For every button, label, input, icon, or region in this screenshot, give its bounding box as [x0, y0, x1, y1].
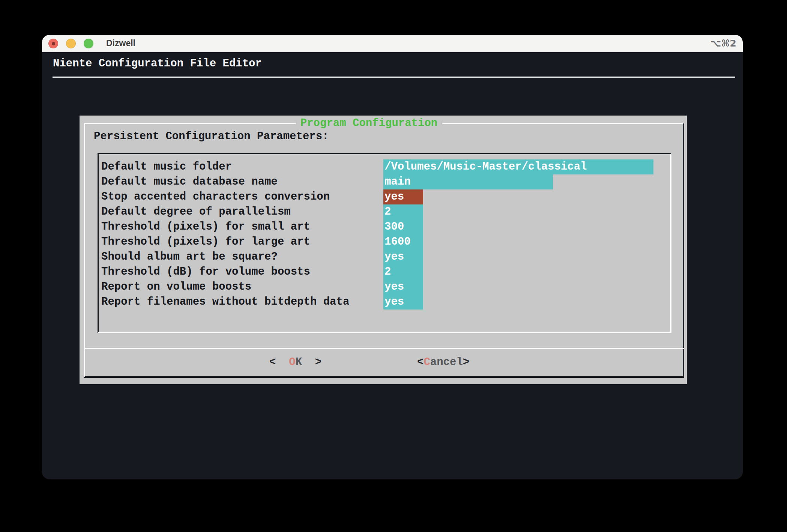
- config-dialog: Program Configuration Persistent Configu…: [80, 116, 687, 384]
- config-label: Report on volume boosts: [99, 280, 251, 295]
- config-value-field[interactable]: /Volumes/Music-Master/classical: [383, 159, 653, 174]
- ok-hotkey: O: [289, 356, 295, 368]
- config-row: Should album art be square? yes: [99, 249, 670, 264]
- window-shortcut-label: ⌥⌘2: [710, 35, 736, 52]
- config-label: Should album art be square?: [99, 249, 278, 264]
- ok-button[interactable]: < OK >: [269, 355, 321, 370]
- dialog-title: Program Configuration: [296, 116, 442, 131]
- config-row: Default degree of parallelism 2: [99, 204, 670, 219]
- config-row: Threshold (pixels) for large art 1600: [99, 234, 670, 249]
- config-value-field[interactable]: yes: [383, 249, 423, 264]
- terminal-screen: Niente Configuration File Editor Program…: [42, 52, 743, 479]
- config-label: Default music database name: [99, 174, 278, 189]
- config-row: Report filenames without bitdepth data y…: [99, 295, 670, 310]
- zoom-button[interactable]: [84, 39, 93, 48]
- terminal-window: Dizwell ⌥⌘2 Niente Configuration File Ed…: [42, 35, 743, 479]
- config-row: Threshold (pixels) for small art 300: [99, 219, 670, 234]
- config-label: Threshold (pixels) for small art: [99, 219, 310, 234]
- minimize-button[interactable]: [66, 39, 76, 48]
- config-list: Default music folder /Volumes/Music-Mast…: [98, 153, 671, 333]
- titlebar: Dizwell ⌥⌘2: [42, 35, 743, 52]
- button-separator: [84, 348, 684, 349]
- cancel-bracket-right: >: [463, 356, 469, 368]
- config-value-field[interactable]: 2: [383, 264, 423, 280]
- window-title: Dizwell: [106, 35, 135, 52]
- dialog-subtitle: Persistent Configuration Parameters:: [94, 129, 329, 144]
- cancel-bracket-left: <: [417, 356, 424, 368]
- ok-bracket-left: <: [269, 356, 289, 368]
- config-row: Stop accented characters conversion yes: [99, 189, 670, 204]
- traffic-lights: [48, 39, 93, 48]
- close-button-dot-icon: [52, 42, 55, 45]
- config-value-field[interactable]: 300: [383, 219, 423, 234]
- config-label: Threshold (pixels) for large art: [99, 234, 310, 249]
- config-row: Default music database name main: [99, 174, 670, 189]
- config-value-field[interactable]: yes: [383, 280, 423, 295]
- config-row: Threshold (dB) for volume boosts 2: [99, 264, 670, 280]
- config-value-field[interactable]: yes: [383, 295, 423, 310]
- config-value-field-selected[interactable]: yes: [383, 189, 423, 204]
- config-row: Report on volume boosts yes: [99, 280, 670, 295]
- config-value-field[interactable]: 1600: [383, 234, 423, 249]
- cancel-button[interactable]: <Cancel>: [417, 355, 469, 370]
- config-row: Default music folder /Volumes/Music-Mast…: [99, 159, 670, 174]
- config-value-field[interactable]: main: [383, 174, 553, 189]
- config-label: Default degree of parallelism: [99, 204, 291, 219]
- ok-bracket-right: >: [302, 356, 321, 368]
- cancel-label-rest: ancel: [430, 356, 463, 368]
- config-label: Report filenames without bitdepth data: [99, 295, 349, 310]
- close-button[interactable]: [48, 39, 58, 48]
- config-label: Threshold (dB) for volume boosts: [99, 264, 310, 280]
- config-label: Stop accented characters conversion: [99, 189, 330, 204]
- app-title: Niente Configuration File Editor: [53, 56, 262, 71]
- cancel-hotkey: C: [424, 356, 430, 368]
- ok-label-rest: K: [296, 356, 302, 368]
- header-rule: [53, 77, 735, 78]
- config-value-field[interactable]: 2: [383, 204, 423, 219]
- config-label: Default music folder: [99, 159, 232, 174]
